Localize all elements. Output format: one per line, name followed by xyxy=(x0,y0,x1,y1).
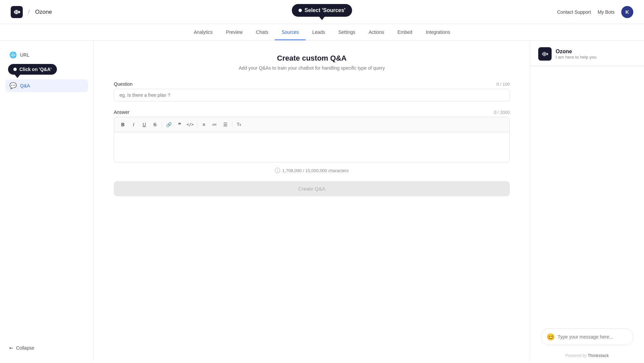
main-layout: 🌐 URL Click on 'Q&A' 💬 Q&A ⇤ Collapse Cr… xyxy=(0,41,644,361)
toolbar-sep-2 xyxy=(197,121,197,128)
chat-input-area[interactable]: 😊 xyxy=(541,329,633,345)
toolbar-bold[interactable]: B xyxy=(118,120,128,129)
sidebar: 🌐 URL Click on 'Q&A' 💬 Q&A ⇤ Collapse xyxy=(0,41,94,361)
tab-sources[interactable]: Sources xyxy=(275,24,305,40)
toolbar-unordered-list[interactable]: ☰ xyxy=(221,120,230,129)
tab-settings[interactable]: Settings xyxy=(332,24,362,40)
click-tooltip-text: Click on 'Q&A' xyxy=(19,67,52,72)
tab-analytics[interactable]: Analytics xyxy=(187,24,219,40)
chat-panel: ⟴ Ozone I am here to help you 😊 Powered … xyxy=(530,41,644,361)
toolbar-align[interactable]: ≡ xyxy=(199,120,209,129)
toolbar-ordered-list[interactable]: ≔ xyxy=(210,120,219,129)
question-label: Question xyxy=(114,81,133,87)
tooltip-arrow xyxy=(319,17,325,20)
header-center: Select 'Sources' xyxy=(292,4,352,20)
page-title: Create custom Q&A xyxy=(114,54,510,63)
sidebar-qa-label: Q&A xyxy=(20,83,30,88)
toolbar-link[interactable]: 🔗 xyxy=(164,120,173,129)
avatar[interactable]: K xyxy=(621,6,633,18)
tab-integrations[interactable]: Integrations xyxy=(419,24,457,40)
powered-brand: Thinkstack xyxy=(588,353,609,358)
qa-icon: 💬 xyxy=(9,82,17,89)
sidebar-collapse[interactable]: ⇤ Collapse xyxy=(5,343,88,353)
emoji-icon[interactable]: 😊 xyxy=(547,333,555,341)
answer-section: Answer 0 / 2000 B I U S 🔗 ❝ </> ≡ ≔ ☰ Tx xyxy=(114,110,510,162)
editor-toolbar: B I U S 🔗 ❝ </> ≡ ≔ ☰ Tx xyxy=(114,117,510,132)
content-area: Create custom Q&A Add your Q&As to train… xyxy=(94,41,530,361)
toolbar-italic[interactable]: I xyxy=(129,120,138,129)
toolbar-sep-1 xyxy=(162,121,162,128)
toolbar-underline[interactable]: U xyxy=(140,120,149,129)
answer-editor[interactable] xyxy=(114,132,510,162)
char-info: i 1,708,090 / 15,000,000 characters xyxy=(114,168,510,173)
brand-name: Ozone xyxy=(35,9,52,15)
chat-input[interactable] xyxy=(558,334,628,340)
create-qa-button[interactable]: Create Q&A xyxy=(114,181,510,196)
tab-chats[interactable]: Chats xyxy=(249,24,275,40)
sidebar-item-url[interactable]: 🌐 URL xyxy=(5,49,88,61)
toolbar-strike[interactable]: S xyxy=(150,120,160,129)
tab-actions[interactable]: Actions xyxy=(362,24,391,40)
page-subtitle: Add your Q&As to train your chatbot for … xyxy=(114,65,510,71)
bot-name: Ozone xyxy=(556,49,596,55)
sidebar-item-qa[interactable]: 💬 Q&A xyxy=(5,79,88,92)
answer-label: Answer xyxy=(114,110,130,115)
question-counter: 0 / 100 xyxy=(496,82,510,87)
question-label-row: Question 0 / 100 xyxy=(114,81,510,87)
toolbar-blockquote[interactable]: ❝ xyxy=(175,120,184,129)
collapse-icon: ⇤ xyxy=(9,345,13,351)
bot-status: I am here to help you xyxy=(556,55,596,60)
chat-bot-header: ⟴ Ozone I am here to help you xyxy=(530,41,644,66)
tab-preview[interactable]: Preview xyxy=(219,24,249,40)
my-bots-link[interactable]: My Bots xyxy=(597,9,615,15)
question-input[interactable] xyxy=(114,89,510,101)
char-count-text: 1,708,090 / 15,000,000 characters xyxy=(282,168,348,173)
collapse-label: Collapse xyxy=(16,345,34,351)
chat-input-wrapper: 😊 xyxy=(530,329,644,353)
select-sources-tooltip: Select 'Sources' xyxy=(292,4,352,17)
nav-tabs: Analytics Preview Chats Sources Leads Se… xyxy=(0,24,644,41)
header: ⟴ / Ozone Select 'Sources' Contact Suppo… xyxy=(0,0,644,24)
click-tooltip-arrow xyxy=(15,75,20,78)
answer-label-row: Answer 0 / 2000 xyxy=(114,110,510,115)
logo-icon: ⟴ xyxy=(11,6,23,18)
tooltip-text: Select 'Sources' xyxy=(305,7,345,13)
toolbar-clear-format[interactable]: Tx xyxy=(234,120,244,129)
bot-info: Ozone I am here to help you xyxy=(556,49,596,60)
tab-leads[interactable]: Leads xyxy=(306,24,332,40)
sidebar-url-label: URL xyxy=(20,52,29,58)
toolbar-sep-3 xyxy=(232,121,232,128)
click-qa-tooltip: Click on 'Q&A' xyxy=(8,64,57,75)
contact-support-link[interactable]: Contact Support xyxy=(557,9,591,15)
header-right: Contact Support My Bots K xyxy=(557,6,633,18)
sidebar-top: 🌐 URL Click on 'Q&A' 💬 Q&A xyxy=(5,49,88,92)
click-dot xyxy=(13,68,17,71)
answer-counter: 0 / 2000 xyxy=(494,110,510,115)
tab-embed[interactable]: Embed xyxy=(391,24,419,40)
chat-messages xyxy=(530,66,644,329)
globe-icon: 🌐 xyxy=(9,51,17,59)
info-icon: i xyxy=(275,168,280,173)
toolbar-code[interactable]: </> xyxy=(185,120,195,129)
bot-avatar: ⟴ xyxy=(538,47,552,61)
powered-label: Powered by xyxy=(565,353,586,358)
tooltip-dot xyxy=(299,9,302,12)
header-logo[interactable]: ⟴ / Ozone xyxy=(11,6,52,18)
powered-by: Powered by Thinkstack xyxy=(530,353,644,361)
header-slash: / xyxy=(28,8,30,15)
